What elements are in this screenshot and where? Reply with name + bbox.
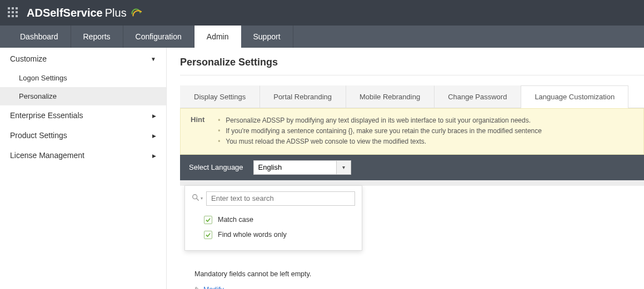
language-bar: Select Language ▾ [180, 155, 644, 180]
sidebar-item-license-management[interactable]: License Management [0, 145, 166, 165]
chevron-down-icon: ▾ [201, 196, 203, 201]
subtab-display-settings[interactable]: Display Settings [180, 85, 259, 108]
modify-row: ✎ Modify [194, 286, 644, 289]
hint-item: You must reload the ADSSP web console to… [218, 136, 542, 147]
sidebar-label: Product Settings [10, 131, 67, 140]
hint-list: Personalize ADSSP by modifying any text … [218, 115, 542, 148]
search-popover: ▾ Match case Find whole words only [184, 185, 362, 251]
sidebar-item-customize[interactable]: Customize [0, 49, 166, 69]
pencil-icon: ✎ [194, 286, 200, 289]
sidebar-sub-logon-settings[interactable]: Logon Settings [0, 69, 166, 87]
chevron-right-icon [152, 133, 156, 139]
brand-logo: ADSelfService Plus [27, 7, 142, 19]
sidebar-label: Enterprise Essentials [10, 111, 83, 120]
nav-admin[interactable]: Admin [194, 26, 241, 48]
nav-support[interactable]: Support [241, 26, 293, 48]
hint-item: If you're modifying a sentence containin… [218, 126, 542, 136]
brand-suffix: Plus [105, 7, 127, 19]
search-input[interactable] [206, 191, 355, 206]
brand-name: ADSelfService [27, 7, 103, 19]
mandatory-fields-message: Mandatory fields cannot be left empty. [194, 270, 644, 278]
sidebar-item-enterprise-essentials[interactable]: Enterprise Essentials [0, 105, 166, 125]
hint-label: Hint [191, 115, 204, 148]
sidebar-item-product-settings[interactable]: Product Settings [0, 125, 166, 145]
hint-item: Personalize ADSSP by modifying any text … [218, 115, 542, 126]
main-nav: Dashboard Reports Configuration Admin Su… [0, 26, 644, 48]
main-panel: Personalize Settings Display Settings Po… [167, 48, 644, 289]
language-label: Select Language [189, 163, 243, 171]
modify-link[interactable]: Modify [203, 286, 224, 289]
subtab-portal-rebranding[interactable]: Portal Rebranding [259, 85, 346, 108]
match-case-label: Match case [218, 216, 253, 224]
sub-tabs: Display Settings Portal Rebranding Mobil… [180, 85, 644, 108]
chevron-right-icon [152, 153, 156, 159]
match-case-checkbox[interactable] [204, 216, 212, 224]
sidebar-label: Customize [10, 54, 47, 63]
chevron-right-icon [152, 113, 156, 119]
subtab-change-password[interactable]: Change Password [434, 85, 521, 108]
page-title: Personalize Settings [180, 57, 644, 75]
language-value[interactable] [253, 160, 337, 175]
hint-box: Hint Personalize ADSSP by modifying any … [180, 108, 644, 155]
subtab-mobile-rebranding[interactable]: Mobile Rebranding [346, 85, 434, 108]
sidebar-label: License Management [10, 151, 84, 160]
sidebar-sub-personalize[interactable]: Personalize [0, 87, 166, 105]
subtab-language-customization[interactable]: Language Customization [521, 85, 628, 108]
language-select[interactable]: ▾ [253, 160, 351, 175]
nav-reports[interactable]: Reports [71, 26, 123, 48]
svg-line-1 [197, 199, 199, 201]
whole-words-label: Find whole words only [218, 231, 287, 239]
search-mode-toggle[interactable]: ▾ [192, 194, 203, 203]
chevron-down-icon [151, 56, 156, 62]
whole-words-checkbox[interactable] [204, 231, 212, 239]
app-launcher-icon[interactable] [8, 7, 19, 18]
sidebar: Customize Logon Settings Personalize Ent… [0, 48, 167, 289]
brand-swirl-icon [130, 7, 142, 19]
nav-configuration[interactable]: Configuration [123, 26, 194, 48]
top-bar: ADSelfService Plus [0, 0, 644, 26]
search-icon [192, 194, 199, 203]
dropdown-toggle-icon[interactable]: ▾ [337, 160, 351, 175]
nav-dashboard[interactable]: Dashboard [8, 26, 71, 48]
